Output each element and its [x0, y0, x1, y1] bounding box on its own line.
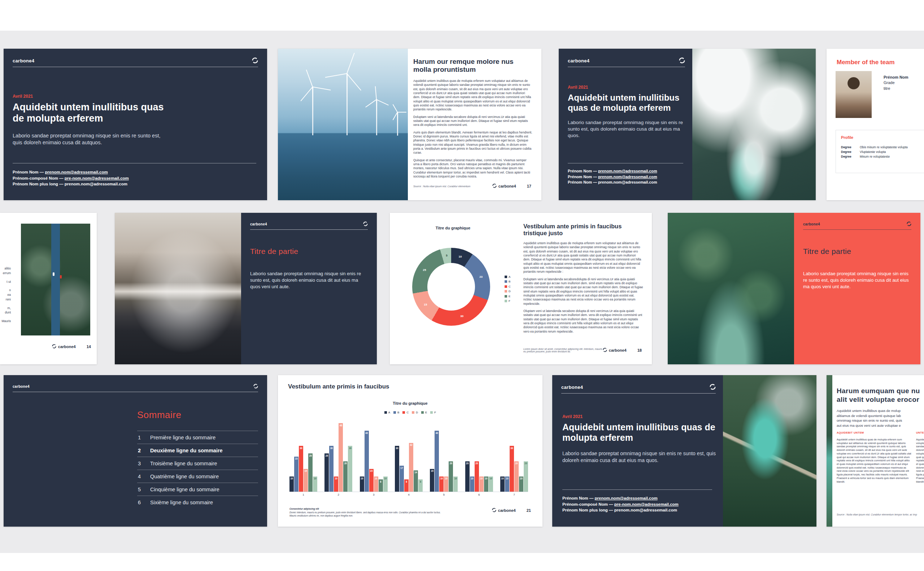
slide-bar-chart[interactable]: Vestibulum ante primis in faucibus Titre…	[278, 375, 542, 527]
divider	[12, 163, 256, 164]
slide-header: carbone4	[250, 221, 368, 230]
cover-date: Avril 2021	[562, 414, 721, 419]
sommaire-item-6[interactable]: 6Sixième ligne du sommaire	[137, 496, 258, 509]
paragraph: Doluptam veni ut latendenda secabore dol…	[413, 115, 532, 127]
footer-brand: carbone4	[492, 184, 516, 189]
carbone4-swirl-icon	[679, 57, 685, 63]
paragraph: Aquidebit untem inulitibus quas de molup…	[413, 79, 532, 112]
contact-row: Prénom Nom — prenom.nom@adressemail.com	[568, 168, 657, 174]
footer-brand: carbone4	[52, 344, 76, 349]
intro-text: Aquidebit untem inullitibus quas de molu…	[837, 408, 902, 428]
slide-sommaire[interactable]: carbone4 Sommaire 1Première ligne du som…	[4, 375, 267, 527]
carbone4-swirl-icon	[363, 221, 368, 226]
contact-row: Prénom Nom — prenom.nom@adressemail.com	[568, 174, 657, 180]
contact-row: Prénom-composé Nom — pre-nom.nom@adresse…	[562, 502, 679, 508]
carbone4-swirl-icon	[492, 184, 497, 189]
clipped-image-edge	[826, 375, 832, 527]
slide-header: carbone4	[12, 57, 258, 67]
footnote: Lorem ipsum dolor sit amet, consectetur …	[523, 348, 603, 353]
contact-row: Prénom Nom — prenom.nom@adressemail.com	[12, 169, 129, 175]
column-text: Aquidebit untem inullitibus quas de molu…	[837, 438, 912, 483]
paragraph: Doluptam veni ut latendenda secaboredolu…	[523, 278, 643, 306]
email-link[interactable]: prenom.nom@adressemail.com	[45, 170, 108, 174]
page-title: Harum our remque molore nus molla prorun…	[413, 58, 532, 74]
slide-footer: carbone4 21	[492, 508, 531, 513]
column-heading: UNTEM	[916, 431, 924, 434]
cover-date: Avril 2021	[568, 85, 687, 90]
contact-row: Prénom Nom plus long — prenom.nom@adress…	[12, 181, 129, 187]
aerial-clouds-image	[692, 49, 816, 200]
cover-title: Aquidebit untem inullitibus quas de molu…	[12, 102, 168, 125]
email-link[interactable]: pre-nom.nom@adressemail.com	[65, 176, 129, 181]
slide-cover-image-right-2[interactable]: carbone4 Avril 2021 Aquidebit untem inul…	[552, 375, 816, 527]
slide-cover-dark[interactable]: carbone4 Avril 2021 Aquidebit untem inul…	[4, 49, 267, 200]
slide-header: carbone4	[803, 221, 912, 230]
turbine	[347, 73, 348, 135]
carbone4-swirl-icon	[253, 384, 258, 389]
bar-axis-labels: 1234567	[289, 493, 528, 496]
part-title: Titre de partie	[803, 247, 851, 256]
slide-two-column-text[interactable]: Harum eumquam que nualit velit voluptae …	[826, 375, 924, 527]
cover-title: Aquidebit untem inullitibus quas de molu…	[568, 93, 684, 113]
source-note: Source : Nulla vitae ipsum nisl. Curabit…	[837, 513, 917, 516]
footer-brand: carbone4	[492, 508, 516, 513]
wind-turbines-image	[278, 49, 408, 200]
slide-part-title-red[interactable]: carbone4 Titre de partie Laborio sandae …	[668, 213, 920, 364]
footer-brand: carbone4	[603, 348, 627, 353]
slide-part-title-dark[interactable]: carbone4 Titre de partie Laborio sandae …	[115, 213, 377, 364]
slide-donut-chart[interactable]: Titre du graphique 10233015255 ABCDEF Ve…	[390, 213, 652, 364]
clipped-text-column: alitioerrumt utoearenim,duntMauris	[0, 266, 11, 327]
cover-date: Avril 2021	[12, 94, 172, 99]
paragraph: Oluptam veni ut latendenda secabore dolu…	[523, 309, 643, 334]
bar-plot: 1023301525102530104520301040151081030178…	[289, 423, 528, 492]
carbone4-swirl-icon	[252, 57, 258, 63]
sommaire-title: Sommaire	[137, 409, 258, 421]
email-link[interactable]: prenom.nom@adressemail.com	[65, 182, 127, 186]
email-link[interactable]: prenom.nom@adressemail.com	[598, 169, 657, 173]
paragraph: Quisque et ante consectetur, placerat ma…	[413, 158, 532, 179]
contact-block: Prénom Nom — prenom.nom@adressemail.com …	[562, 495, 679, 513]
cover-subtitle: Laborio sandae proreptat omnimag nisque …	[562, 450, 716, 464]
carbone4-swirl-icon	[492, 508, 496, 513]
email-link[interactable]: prenom.nom@adressemail.com	[598, 174, 657, 179]
email-link[interactable]: prenom.nom@adressemail.com	[594, 496, 657, 500]
donut-chart	[412, 248, 490, 326]
divider	[562, 489, 712, 490]
part-title: Titre de partie	[250, 247, 298, 256]
slide-cover-image-right[interactable]: carbone4 Avril 2021 Aquidebit untem inul…	[559, 49, 816, 200]
slide-image-page-partial[interactable]: alitioerrumt utoearenim,duntMauris carbo…	[0, 213, 97, 364]
cover-title: Aquidebit untem inullitibus quas de molu…	[562, 422, 719, 443]
divider	[568, 163, 683, 164]
slide-team-member[interactable]: Member of the team Prénom Nom Grade titr…	[826, 49, 924, 200]
sommaire-list: 1Première ligne du sommaire 2Deuxième li…	[137, 431, 258, 509]
brand-logo: carbone4	[803, 222, 820, 226]
chart-footnote: Consectetur adipiscing elit Donec interd…	[289, 507, 470, 518]
sommaire-item-5[interactable]: 5Cinquième ligne du sommaire	[137, 483, 258, 496]
column-text: Aquidebit untem inullitibus quas de molu…	[916, 438, 924, 483]
sommaire-item-2[interactable]: 2Deuxième ligne du sommaire	[137, 444, 258, 457]
carbone4-swirl-icon	[52, 344, 56, 349]
contact-block: Prénom Nom — prenom.nom@adressemail.com …	[12, 169, 129, 187]
email-link[interactable]: pre-nom.nom@adressemail.com	[614, 502, 679, 506]
page-title: Harum eumquam que nualit velit voluptae …	[837, 387, 920, 404]
sommaire-panel: Sommaire 1Première ligne du sommaire 2De…	[137, 409, 258, 509]
brand-logo: carbone4	[12, 384, 29, 389]
forest-road-image	[21, 224, 90, 335]
mountain-lake-image	[115, 213, 241, 364]
member-photo	[836, 71, 872, 118]
slide-footer: Source : Nulla vitae ipsum nisl. Curabit…	[413, 184, 531, 189]
member-grade: Grade	[884, 80, 908, 85]
contact-block: Prénom Nom — prenom.nom@adressemail.com …	[568, 168, 657, 185]
contact-row: Prénom Nom — prenom.nom@adressemail.com	[562, 495, 679, 502]
email-link[interactable]: prenom.nom@adressemail.com	[614, 508, 677, 512]
page-number: 21	[526, 508, 531, 512]
paragraph: Aquidebit untem inullitibus quas de molu…	[523, 241, 643, 274]
sommaire-item-3[interactable]: 3Troisième ligne du sommaire	[137, 457, 258, 470]
sommaire-item-1[interactable]: 1Première ligne du sommaire	[137, 431, 258, 444]
sommaire-item-4[interactable]: 4Quatrième ligne du sommaire	[137, 470, 258, 483]
email-link[interactable]: prenom.nom@adressemail.com	[598, 180, 657, 184]
slide-content-image-left[interactable]: Harum our remque molore nus molla prorun…	[278, 49, 542, 200]
profile-row: DegreeVluptateste volupta	[841, 150, 924, 154]
part-body: Laborio sandae proreptat omnimag nisque …	[803, 270, 913, 290]
carbone4-swirl-icon	[710, 384, 716, 390]
